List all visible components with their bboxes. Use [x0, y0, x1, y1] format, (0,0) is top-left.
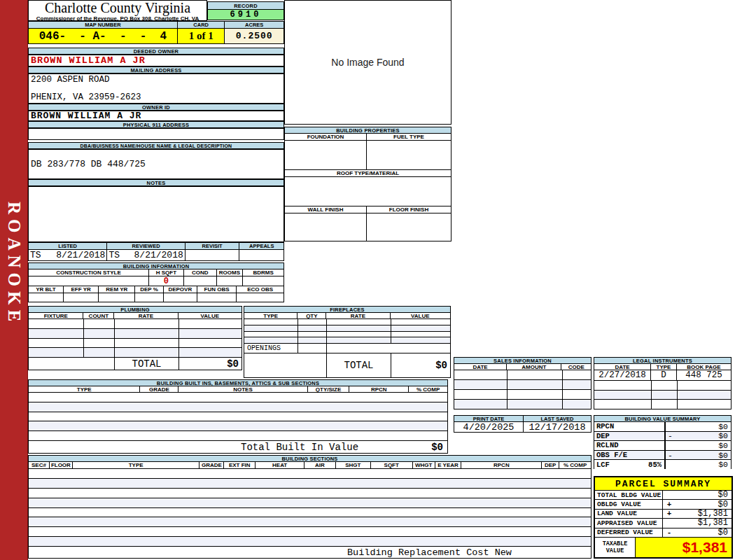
- empty-row: [29, 402, 447, 412]
- builtins-hdr-notes: NOTES: [178, 386, 307, 392]
- taxable-label: TAXABLE VALUE: [595, 538, 636, 557]
- legal-date: 2/27/2018: [594, 370, 651, 380]
- card-label: CARD: [178, 22, 225, 28]
- hdr-foundation: FOUNDATION: [285, 134, 367, 140]
- reviewed-value: TS8/21/2018: [107, 250, 185, 260]
- parcel-summary: PARCEL SUMMARY TOTAL BLDG VALUE $0 OBLDG…: [594, 476, 733, 559]
- county-header: Charlotte County Virginia Commissioner o…: [28, 0, 207, 21]
- sections-hdr-heat: HEAT: [255, 462, 304, 468]
- builtins-total-label: Total Built In Value: [241, 441, 358, 453]
- bvs-value: $0: [718, 451, 728, 460]
- physical-911-label: PHYSICAL 911 ADDRESS: [28, 121, 284, 128]
- parcel-row-appraised: APPRAISED VALUE $1,381: [595, 519, 732, 528]
- sections-hdr-whgt: WHGT: [413, 462, 435, 468]
- empty-row: [29, 517, 591, 527]
- sales-table: SALES INFORMATION DATE AMOUNT CODE: [454, 357, 592, 410]
- parcel-row-totalbldg: TOTAL BLDG VALUE $0: [595, 491, 732, 500]
- building-information-title: BUILDING INFORMATION: [29, 263, 284, 270]
- builtins-hdr-qtysize: QTY/SIZE: [308, 386, 350, 392]
- bvs-row-dep: DEP -$0: [594, 432, 731, 442]
- builtins-hdr-rpcn: RPCN: [349, 386, 409, 392]
- print-saved-table: PRINT DATE LAST SAVED 4/20/2025 12/17/20…: [454, 415, 592, 433]
- hdr-hsqft: H SQFT: [149, 270, 184, 276]
- parcel-row-obldg: OBLDG VALUE + $0: [595, 500, 732, 509]
- mailing-address-box: 2200 ASPEN ROAD PHENIX, VA 23959-2623: [28, 74, 284, 104]
- bvs-label: RPCN: [596, 422, 614, 430]
- building-sections-title: BUILDING SECTIONS: [29, 456, 591, 462]
- image-panel: No Image Found: [284, 0, 451, 125]
- hdr-funobs: FUN OBS: [197, 286, 237, 293]
- acres-label: ACRES: [225, 22, 284, 28]
- reviewed-label: REVIEWED: [107, 243, 185, 249]
- hdr-depovr: DEPOVR: [164, 286, 197, 293]
- mailing-address-label: MAILING ADDRESS: [28, 66, 284, 74]
- legal-type: D: [651, 370, 677, 380]
- bvs-label: LCF: [596, 461, 610, 469]
- hdr-remyr: REM YR: [99, 286, 135, 293]
- owner-id-label: OWNER ID: [28, 104, 284, 111]
- plumbing-body: [29, 319, 241, 357]
- legal-hdr-type: TYPE: [651, 364, 677, 370]
- listed-value: TS8/21/2018: [29, 250, 107, 260]
- parcel-value: $1,381: [676, 519, 732, 527]
- taxable-label-line1: TAXABLE: [603, 540, 628, 547]
- empty-row: [29, 479, 591, 489]
- physical-911-value: [28, 128, 284, 140]
- fireplaces-openings-label: OPENINGS: [244, 344, 298, 353]
- empty-row: [29, 527, 591, 537]
- bvs-row-rclnd: RCLND $0: [594, 441, 731, 451]
- listed-date: 8/21/2018: [56, 250, 105, 260]
- building-properties-table: BUILDING PROPERTIES FOUNDATION FUEL TYPE…: [284, 127, 451, 241]
- bvs-pct: 85%: [648, 461, 662, 469]
- appeals-label: APPEALS: [239, 243, 284, 249]
- bvs-label: OBS F/E: [596, 451, 627, 459]
- builtins-total-value: $0: [431, 441, 447, 453]
- hdr-wallfinish: WALL FINISH: [285, 206, 367, 213]
- fireplaces-table: FIREPLACES TYPE QTY RATE VALUE OPENINGS …: [244, 306, 451, 378]
- empty-row: [29, 421, 447, 431]
- bvs-row-obs: OBS F/E -$0: [594, 451, 731, 461]
- parcel-row-land: LAND VALUE + $1,381: [595, 510, 732, 519]
- building-sections-body: [29, 469, 591, 546]
- sections-hdr-shgt: SHGT: [336, 462, 371, 468]
- parcel-value: $0: [676, 500, 732, 508]
- bvs-value: $0: [718, 460, 728, 469]
- fireplaces-hdr-type: TYPE: [244, 313, 298, 318]
- sections-hdr-dep: DEP: [542, 462, 559, 468]
- no-image-text: No Image Found: [331, 57, 404, 68]
- sections-hdr-air: AIR: [304, 462, 336, 468]
- sections-hdr-rpcn: RPCN: [461, 462, 542, 468]
- building-information-table: BUILDING INFORMATION CONSTRUCTION STYLE …: [28, 262, 284, 302]
- hdr-cond: COND: [184, 270, 217, 276]
- legal-hdr-date: DATE: [594, 364, 651, 370]
- hdr-floorfinish: FLOOR FINISH: [367, 206, 451, 213]
- deeded-owner-value: BROWN WILLIAM A JR: [28, 55, 284, 66]
- notes-value: [28, 186, 284, 242]
- last-saved-value: 12/17/2018: [524, 422, 591, 433]
- empty-row: [29, 393, 447, 402]
- empty-row: [594, 391, 731, 400]
- sections-hdr-eyear: E YEAR: [435, 462, 462, 468]
- print-date-value: 4/20/2025: [454, 422, 524, 433]
- fireplaces-total-label: TOTAL: [327, 354, 391, 377]
- bvs-label: DEP: [596, 432, 610, 440]
- builtins-hdr-type: TYPE: [29, 386, 140, 392]
- parcel-row-taxable: TAXABLE VALUE $1,381: [595, 538, 732, 557]
- mailing-line1: 2200 ASPEN ROAD: [31, 75, 281, 85]
- plumbing-total-value: $0: [179, 358, 241, 370]
- hsqft-value: 0: [149, 276, 184, 286]
- legal-row-1: 2/27/2018 D 448 725: [594, 370, 731, 381]
- bvs-label: RCLND: [596, 441, 619, 449]
- map-number-label: MAP NUMBER: [29, 22, 178, 28]
- building-properties-title: BUILDING PROPERTIES: [285, 127, 451, 134]
- card-value: 1 of 1: [178, 29, 225, 43]
- empty-row: [29, 431, 447, 440]
- fireplaces-body: [244, 319, 450, 343]
- parcel-row-deferred: DEFERRED VALUE - $0: [595, 528, 732, 538]
- parcel-value: $0: [676, 491, 732, 499]
- dba-value: DB 283/778 DB 448/725: [28, 149, 284, 179]
- empty-row: [454, 390, 591, 400]
- parcel-label: OBLDG VALUE: [595, 500, 663, 508]
- empty-row: [29, 339, 241, 349]
- record-value: 6910: [208, 10, 284, 20]
